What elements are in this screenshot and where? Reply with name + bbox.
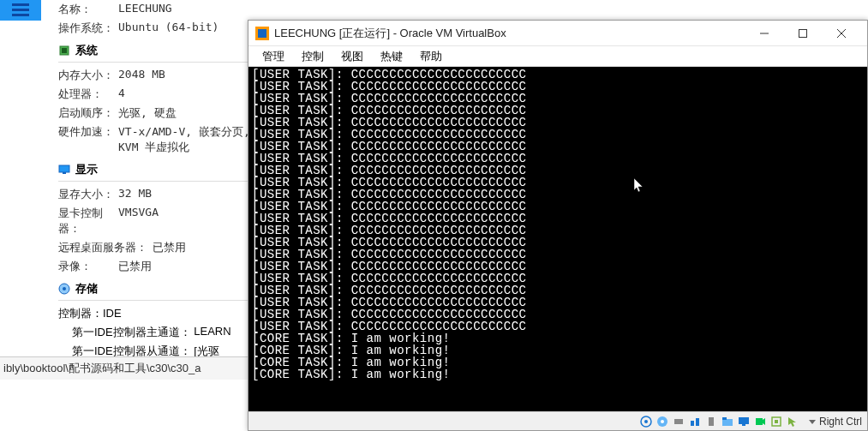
menu-view[interactable]: 视图 <box>332 46 372 67</box>
monitor-icon <box>58 164 70 176</box>
console-line-user: [USER TASK]: CCCCCCCCCCCCCCCCCCCCCCC <box>252 236 864 248</box>
svg-rect-6 <box>63 172 66 174</box>
svg-rect-0 <box>12 3 29 6</box>
section-display-header[interactable]: 显示 <box>58 157 251 181</box>
console-line-core: [CORE TASK]: I am working! <box>252 356 864 368</box>
hdd-activity-icon[interactable] <box>639 415 653 428</box>
svg-rect-25 <box>739 417 749 424</box>
gpu-label: 显卡控制器： <box>58 206 118 236</box>
svg-point-18 <box>661 420 664 423</box>
recording-icon[interactable] <box>753 415 767 428</box>
console-line-user: [USER TASK]: CCCCCCCCCCCCCCCCCCCCCCC <box>252 69 864 81</box>
ide-primary-label: 第一IDE控制器主通道： <box>72 325 191 340</box>
minimize-icon <box>760 29 769 38</box>
svg-rect-29 <box>775 420 778 423</box>
svg-rect-24 <box>722 417 727 420</box>
close-icon <box>837 29 846 38</box>
menu-help[interactable]: 帮助 <box>411 46 451 67</box>
svg-rect-27 <box>756 418 763 425</box>
svg-rect-2 <box>12 14 29 16</box>
accel-value: VT-x/AMD-V, 嵌套分页, KVM 半虚拟化 <box>118 124 251 155</box>
mem-value: 2048 MB <box>118 68 251 83</box>
rdp-label: 远程桌面服务器： <box>58 240 153 255</box>
shared-folder-icon[interactable] <box>721 415 734 428</box>
console-line-user: [USER TASK]: CCCCCCCCCCCCCCCCCCCCCCC <box>252 308 864 320</box>
ide-primary-value: LEARN <box>194 325 230 340</box>
app-icon <box>255 27 269 40</box>
menu-manage[interactable]: 管理 <box>254 46 293 67</box>
chip-icon <box>58 45 70 57</box>
console-line-user: [USER TASK]: CCCCCCCCCCCCCCCCCCCCCCC <box>252 248 864 260</box>
console-line-core: [CORE TASK]: I am working! <box>252 332 864 344</box>
display-config-icon[interactable] <box>737 415 751 428</box>
console-line-user: [USER TASK]: CCCCCCCCCCCCCCCCCCCCCCC <box>252 93 864 105</box>
mouse-integration-icon[interactable] <box>786 415 799 428</box>
svg-rect-4 <box>62 48 67 53</box>
host-key-indicator[interactable]: Right Ctrl <box>807 416 862 428</box>
svg-point-16 <box>644 420 648 423</box>
svg-rect-12 <box>799 29 806 37</box>
storage-title: 存储 <box>75 281 98 296</box>
mem-label: 内存大小： <box>58 68 118 83</box>
svg-point-8 <box>63 287 66 290</box>
system-title: 系统 <box>75 43 98 58</box>
disk-icon <box>58 283 70 295</box>
console-line-user: [USER TASK]: CCCCCCCCCCCCCCCCCCCCCCC <box>252 189 864 201</box>
console-line-user: [USER TASK]: CCCCCCCCCCCCCCCCCCCCCCC <box>252 272 864 284</box>
gpu-value: VMSVGA <box>118 206 251 236</box>
network-icon[interactable] <box>688 415 702 428</box>
storage-ctrl: 控制器：IDE <box>58 306 122 321</box>
usb-icon[interactable] <box>704 415 718 428</box>
window-title: LEECHUNG [正在运行] - Oracle VM VirtualBox <box>274 26 745 41</box>
svg-rect-19 <box>674 419 683 424</box>
section-storage-header[interactable]: 存储 <box>58 276 251 300</box>
console-line-user: [USER TASK]: CCCCCCCCCCCCCCCCCCCCCCC <box>252 177 864 189</box>
maximize-button[interactable] <box>783 21 822 45</box>
audio-icon[interactable] <box>672 415 685 428</box>
console-line-user: [USER TASK]: CCCCCCCCCCCCCCCCCCCCCCC <box>252 165 864 177</box>
os-label: 操作系统： <box>58 21 118 36</box>
vm-console[interactable]: [USER TASK]: CCCCCCCCCCCCCCCCCCCCCCC[USE… <box>248 67 867 411</box>
taskbar-path[interactable]: ibly\booktool\配书源码和工具\c30\c30_a <box>0 356 248 380</box>
svg-rect-5 <box>59 165 69 172</box>
console-line-user: [USER TASK]: CCCCCCCCCCCCCCCCCCCCCCC <box>252 117 864 129</box>
host-key-text: Right Ctrl <box>819 416 862 428</box>
rec-value: 已禁用 <box>118 259 251 274</box>
cpu-value: 4 <box>118 87 251 102</box>
console-line-user: [USER TASK]: CCCCCCCCCCCCCCCCCCCCCCC <box>252 213 864 224</box>
name-value: LEECHUNG <box>118 2 251 17</box>
rec-label: 录像： <box>58 259 118 274</box>
console-line-user: [USER TASK]: CCCCCCCCCCCCCCCCCCCCCCC <box>252 81 864 93</box>
hamburger-menu-button[interactable] <box>0 0 41 21</box>
boot-label: 启动顺序： <box>58 105 118 121</box>
maximize-icon <box>799 29 807 38</box>
menu-hotkey[interactable]: 热键 <box>372 46 411 67</box>
vm-status-bar: Right Ctrl <box>248 411 867 430</box>
console-line-user: [USER TASK]: CCCCCCCCCCCCCCCCCCCCCCC <box>252 224 864 236</box>
cpu-usage-icon[interactable] <box>769 415 783 428</box>
vram-label: 显存大小： <box>58 187 118 202</box>
console-line-user: [USER TASK]: CCCCCCCCCCCCCCCCCCCCCCC <box>252 320 864 332</box>
menu-bar: 管理 控制 视图 热键 帮助 <box>248 46 867 67</box>
minimize-button[interactable] <box>745 21 783 45</box>
optical-drive-icon[interactable] <box>655 415 669 428</box>
window-titlebar[interactable]: LEECHUNG [正在运行] - Oracle VM VirtualBox <box>248 21 867 46</box>
os-value: Ubuntu (64-bit) <box>118 21 251 36</box>
svg-rect-10 <box>258 29 266 38</box>
cpu-label: 处理器： <box>58 87 118 102</box>
svg-rect-22 <box>709 417 714 426</box>
console-line-user: [USER TASK]: CCCCCCCCCCCCCCCCCCCCCCC <box>252 105 864 117</box>
close-button[interactable] <box>822 21 860 45</box>
svg-rect-26 <box>742 424 745 426</box>
menu-control[interactable]: 控制 <box>293 46 332 67</box>
console-line-user: [USER TASK]: CCCCCCCCCCCCCCCCCCCCCCC <box>252 141 864 153</box>
hamburger-icon <box>12 3 29 17</box>
vram-value: 32 MB <box>118 187 251 202</box>
svg-rect-20 <box>691 421 694 426</box>
svg-rect-1 <box>12 9 29 11</box>
console-line-user: [USER TASK]: CCCCCCCCCCCCCCCCCCCCCCC <box>252 129 864 141</box>
section-system-header[interactable]: 系统 <box>58 38 251 62</box>
rdp-value: 已禁用 <box>153 240 251 255</box>
virtualbox-window: LEECHUNG [正在运行] - Oracle VM VirtualBox 管… <box>248 20 868 431</box>
console-line-user: [USER TASK]: CCCCCCCCCCCCCCCCCCCCCCC <box>252 260 864 272</box>
